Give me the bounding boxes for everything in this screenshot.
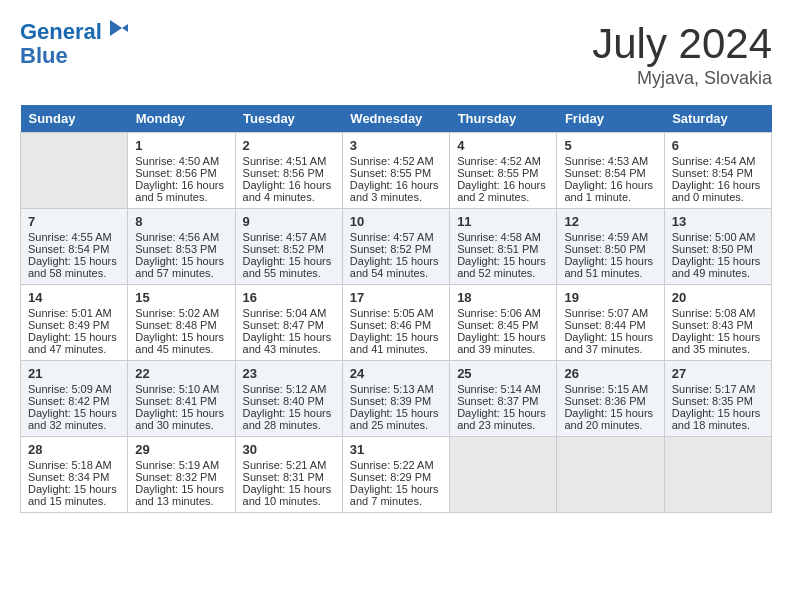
- day-number: 7: [28, 214, 120, 229]
- sunset-text: Sunset: 8:50 PM: [672, 243, 764, 255]
- sunset-text: Sunset: 8:34 PM: [28, 471, 120, 483]
- calendar-cell: [21, 133, 128, 209]
- sunrise-text: Sunrise: 5:12 AM: [243, 383, 335, 395]
- sunrise-text: Sunrise: 5:22 AM: [350, 459, 442, 471]
- sunrise-text: Sunrise: 5:10 AM: [135, 383, 227, 395]
- logo-blue: Blue: [20, 44, 128, 68]
- week-row-2: 7Sunrise: 4:55 AMSunset: 8:54 PMDaylight…: [21, 209, 772, 285]
- daylight-text: Daylight: 15 hours and 20 minutes.: [564, 407, 656, 431]
- sunrise-text: Sunrise: 4:53 AM: [564, 155, 656, 167]
- day-number: 23: [243, 366, 335, 381]
- weekday-header-friday: Friday: [557, 105, 664, 133]
- sunrise-text: Sunrise: 5:01 AM: [28, 307, 120, 319]
- daylight-text: Daylight: 16 hours and 3 minutes.: [350, 179, 442, 203]
- day-number: 11: [457, 214, 549, 229]
- calendar-cell: 11Sunrise: 4:58 AMSunset: 8:51 PMDayligh…: [450, 209, 557, 285]
- weekday-header-sunday: Sunday: [21, 105, 128, 133]
- calendar-cell: 5Sunrise: 4:53 AMSunset: 8:54 PMDaylight…: [557, 133, 664, 209]
- calendar-cell: 28Sunrise: 5:18 AMSunset: 8:34 PMDayligh…: [21, 437, 128, 513]
- location: Myjava, Slovakia: [592, 68, 772, 89]
- week-row-4: 21Sunrise: 5:09 AMSunset: 8:42 PMDayligh…: [21, 361, 772, 437]
- sunrise-text: Sunrise: 5:00 AM: [672, 231, 764, 243]
- calendar-cell: 8Sunrise: 4:56 AMSunset: 8:53 PMDaylight…: [128, 209, 235, 285]
- sunset-text: Sunset: 8:54 PM: [564, 167, 656, 179]
- sunset-text: Sunset: 8:54 PM: [672, 167, 764, 179]
- daylight-text: Daylight: 15 hours and 30 minutes.: [135, 407, 227, 431]
- daylight-text: Daylight: 15 hours and 23 minutes.: [457, 407, 549, 431]
- daylight-text: Daylight: 16 hours and 5 minutes.: [135, 179, 227, 203]
- daylight-text: Daylight: 15 hours and 43 minutes.: [243, 331, 335, 355]
- daylight-text: Daylight: 15 hours and 32 minutes.: [28, 407, 120, 431]
- day-number: 10: [350, 214, 442, 229]
- calendar-cell: 6Sunrise: 4:54 AMSunset: 8:54 PMDaylight…: [664, 133, 771, 209]
- day-number: 9: [243, 214, 335, 229]
- calendar-cell: 26Sunrise: 5:15 AMSunset: 8:36 PMDayligh…: [557, 361, 664, 437]
- calendar-cell: 14Sunrise: 5:01 AMSunset: 8:49 PMDayligh…: [21, 285, 128, 361]
- page-header: General Blue July 2024 Myjava, Slovakia: [20, 20, 772, 89]
- title-block: July 2024 Myjava, Slovakia: [592, 20, 772, 89]
- daylight-text: Daylight: 16 hours and 0 minutes.: [672, 179, 764, 203]
- weekday-header-wednesday: Wednesday: [342, 105, 449, 133]
- sunset-text: Sunset: 8:52 PM: [350, 243, 442, 255]
- day-number: 16: [243, 290, 335, 305]
- calendar-body: 1Sunrise: 4:50 AMSunset: 8:56 PMDaylight…: [21, 133, 772, 513]
- day-number: 25: [457, 366, 549, 381]
- sunrise-text: Sunrise: 4:58 AM: [457, 231, 549, 243]
- daylight-text: Daylight: 15 hours and 37 minutes.: [564, 331, 656, 355]
- calendar-cell: 2Sunrise: 4:51 AMSunset: 8:56 PMDaylight…: [235, 133, 342, 209]
- sunrise-text: Sunrise: 5:15 AM: [564, 383, 656, 395]
- calendar-cell: 16Sunrise: 5:04 AMSunset: 8:47 PMDayligh…: [235, 285, 342, 361]
- sunrise-text: Sunrise: 5:06 AM: [457, 307, 549, 319]
- sunset-text: Sunset: 8:31 PM: [243, 471, 335, 483]
- sunset-text: Sunset: 8:56 PM: [243, 167, 335, 179]
- sunrise-text: Sunrise: 4:56 AM: [135, 231, 227, 243]
- calendar-cell: 13Sunrise: 5:00 AMSunset: 8:50 PMDayligh…: [664, 209, 771, 285]
- week-row-5: 28Sunrise: 5:18 AMSunset: 8:34 PMDayligh…: [21, 437, 772, 513]
- calendar-cell: 12Sunrise: 4:59 AMSunset: 8:50 PMDayligh…: [557, 209, 664, 285]
- calendar-cell: 30Sunrise: 5:21 AMSunset: 8:31 PMDayligh…: [235, 437, 342, 513]
- sunset-text: Sunset: 8:56 PM: [135, 167, 227, 179]
- calendar-cell: 4Sunrise: 4:52 AMSunset: 8:55 PMDaylight…: [450, 133, 557, 209]
- sunset-text: Sunset: 8:55 PM: [457, 167, 549, 179]
- weekday-header-saturday: Saturday: [664, 105, 771, 133]
- sunset-text: Sunset: 8:52 PM: [243, 243, 335, 255]
- sunset-text: Sunset: 8:35 PM: [672, 395, 764, 407]
- sunset-text: Sunset: 8:37 PM: [457, 395, 549, 407]
- calendar-cell: 1Sunrise: 4:50 AMSunset: 8:56 PMDaylight…: [128, 133, 235, 209]
- daylight-text: Daylight: 16 hours and 2 minutes.: [457, 179, 549, 203]
- day-number: 17: [350, 290, 442, 305]
- day-number: 30: [243, 442, 335, 457]
- calendar-cell: 23Sunrise: 5:12 AMSunset: 8:40 PMDayligh…: [235, 361, 342, 437]
- sunset-text: Sunset: 8:48 PM: [135, 319, 227, 331]
- day-number: 1: [135, 138, 227, 153]
- day-number: 29: [135, 442, 227, 457]
- sunrise-text: Sunrise: 4:54 AM: [672, 155, 764, 167]
- sunrise-text: Sunrise: 4:55 AM: [28, 231, 120, 243]
- sunrise-text: Sunrise: 5:02 AM: [135, 307, 227, 319]
- sunset-text: Sunset: 8:41 PM: [135, 395, 227, 407]
- sunrise-text: Sunrise: 5:05 AM: [350, 307, 442, 319]
- daylight-text: Daylight: 15 hours and 51 minutes.: [564, 255, 656, 279]
- calendar-table: SundayMondayTuesdayWednesdayThursdayFrid…: [20, 105, 772, 513]
- day-number: 3: [350, 138, 442, 153]
- sunset-text: Sunset: 8:54 PM: [28, 243, 120, 255]
- day-number: 6: [672, 138, 764, 153]
- logo-icon: [104, 18, 128, 42]
- weekday-header-monday: Monday: [128, 105, 235, 133]
- calendar-cell: 24Sunrise: 5:13 AMSunset: 8:39 PMDayligh…: [342, 361, 449, 437]
- daylight-text: Daylight: 15 hours and 45 minutes.: [135, 331, 227, 355]
- sunset-text: Sunset: 8:29 PM: [350, 471, 442, 483]
- daylight-text: Daylight: 15 hours and 41 minutes.: [350, 331, 442, 355]
- svg-marker-0: [110, 20, 128, 36]
- sunset-text: Sunset: 8:46 PM: [350, 319, 442, 331]
- sunrise-text: Sunrise: 4:57 AM: [350, 231, 442, 243]
- daylight-text: Daylight: 15 hours and 18 minutes.: [672, 407, 764, 431]
- daylight-text: Daylight: 15 hours and 10 minutes.: [243, 483, 335, 507]
- sunset-text: Sunset: 8:32 PM: [135, 471, 227, 483]
- calendar-cell: 15Sunrise: 5:02 AMSunset: 8:48 PMDayligh…: [128, 285, 235, 361]
- sunrise-text: Sunrise: 5:19 AM: [135, 459, 227, 471]
- day-number: 4: [457, 138, 549, 153]
- daylight-text: Daylight: 15 hours and 49 minutes.: [672, 255, 764, 279]
- month-title: July 2024: [592, 20, 772, 68]
- week-row-1: 1Sunrise: 4:50 AMSunset: 8:56 PMDaylight…: [21, 133, 772, 209]
